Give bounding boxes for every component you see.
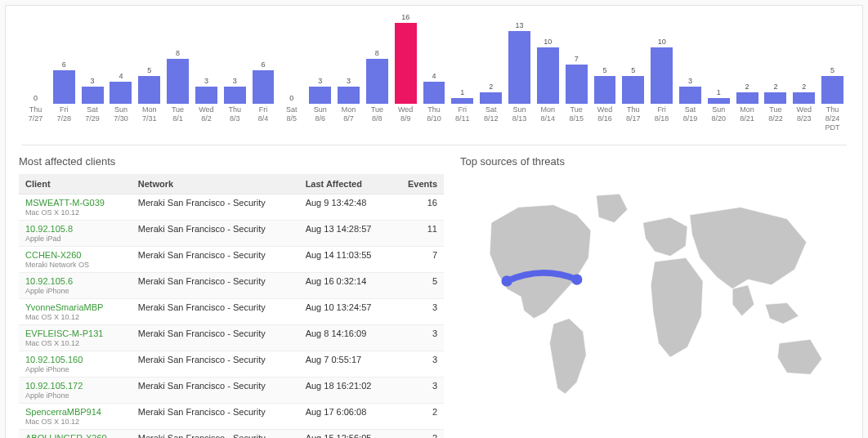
cell-network: Meraki San Francisco - Security xyxy=(132,351,299,378)
client-link[interactable]: ABOLLINGER-X260 xyxy=(25,433,125,438)
client-link[interactable]: 10.92.105.6 xyxy=(25,276,125,286)
bar-8/18[interactable]: 10 xyxy=(648,14,675,104)
cell-last: Aug 16 0:32:14 xyxy=(299,273,393,299)
cell-events: 3 xyxy=(393,299,444,325)
bar-8/19[interactable]: 3 xyxy=(677,14,704,104)
table-row[interactable]: CCHEN-X260Meraki Network OSMeraki San Fr… xyxy=(19,247,444,273)
cell-events: 16 xyxy=(393,194,444,221)
svg-point-0 xyxy=(501,275,512,286)
cell-network: Meraki San Francisco - Security xyxy=(132,247,299,273)
cell-last: Aug 14 11:03:55 xyxy=(299,247,393,273)
bar-8/12[interactable]: 2 xyxy=(477,14,504,104)
client-link[interactable]: CCHEN-X260 xyxy=(25,250,125,260)
bar-8/5[interactable]: 0 xyxy=(278,14,305,104)
bar-8/15[interactable]: 7 xyxy=(563,14,590,104)
cell-network: Meraki San Francisco - Security xyxy=(132,378,299,404)
bar-8/23[interactable]: 2 xyxy=(790,14,817,104)
bar-8/8[interactable]: 8 xyxy=(364,14,391,104)
client-subtype: Meraki Network OS xyxy=(25,261,125,269)
bar-8/24[interactable]: 5 xyxy=(819,14,846,104)
bar-8/4[interactable]: 6 xyxy=(250,14,277,104)
table-row[interactable]: ABOLLINGER-X260Mac OS X 10.12Meraki San … xyxy=(19,430,444,439)
bar-7/31[interactable]: 5 xyxy=(136,14,163,104)
world-map-svg xyxy=(460,174,849,419)
client-subtype: Apple iPhone xyxy=(25,391,125,400)
cell-events: 3 xyxy=(393,325,444,351)
client-link[interactable]: SpencerraMBP914 xyxy=(25,407,125,417)
cell-last: Aug 17 6:06:08 xyxy=(299,404,393,430)
bar-8/10[interactable]: 4 xyxy=(421,14,448,104)
table-row[interactable]: MSWEATT-M-G039Mac OS X 10.12Meraki San F… xyxy=(19,194,444,221)
map-title: Top sources of threats xyxy=(460,155,849,168)
cell-last: Aug 8 14:16:09 xyxy=(299,325,393,351)
table-row[interactable]: YvonneSmariaMBPMac OS X 10.12Meraki San … xyxy=(19,299,444,325)
clients-table: Client Network Last Affected Events MSWE… xyxy=(19,174,444,438)
table-row[interactable]: 10.92.105.160Apple iPhoneMeraki San Fran… xyxy=(19,351,444,378)
divider xyxy=(21,145,847,145)
client-link[interactable]: 10.92.105.8 xyxy=(25,224,125,234)
bar-8/11[interactable]: 1 xyxy=(449,14,476,104)
client-subtype: Mac OS X 10.12 xyxy=(25,418,125,426)
clients-title: Most affected clients xyxy=(19,155,444,168)
client-link[interactable]: YvonneSmariaMBP xyxy=(25,302,125,312)
client-link[interactable]: MSWEATT-M-G039 xyxy=(25,198,125,208)
bar-8/2[interactable]: 3 xyxy=(193,14,220,104)
table-row[interactable]: 10.92.105.172Apple iPhoneMeraki San Fran… xyxy=(19,378,444,404)
cell-last: Aug 10 13:24:57 xyxy=(299,299,393,325)
cell-events: 5 xyxy=(393,273,444,299)
table-row[interactable]: SpencerraMBP914Mac OS X 10.12Meraki San … xyxy=(19,404,444,430)
events-bar-chart[interactable]: 063458336033816412131075510312225 Thu7/2… xyxy=(19,14,849,136)
cell-last: Aug 18 16:21:02 xyxy=(299,378,393,404)
bar-8/22[interactable]: 2 xyxy=(763,14,790,104)
client-subtype: Mac OS X 10.12 xyxy=(25,208,125,217)
cell-network: Meraki San Francisco - Security xyxy=(132,221,299,247)
cell-last: Aug 7 0:55:17 xyxy=(299,351,393,378)
cell-network: Meraki San Francisco - Security xyxy=(132,325,299,351)
clients-table-head: Client Network Last Affected Events xyxy=(19,174,444,194)
client-link[interactable]: 10.92.105.172 xyxy=(25,381,125,391)
bar-8/6[interactable]: 3 xyxy=(306,14,333,104)
bar-8/9[interactable]: 16 xyxy=(392,14,419,104)
cell-events: 2 xyxy=(393,430,444,439)
table-row[interactable]: EVFLEISC-M-P131Mac OS X 10.12Meraki San … xyxy=(19,325,444,351)
cell-events: 3 xyxy=(393,351,444,378)
bar-7/27[interactable]: 0 xyxy=(22,14,49,104)
bar-8/17[interactable]: 5 xyxy=(620,14,647,104)
world-map[interactable] xyxy=(460,174,849,419)
bar-8/1[interactable]: 8 xyxy=(164,14,191,104)
cell-last: Aug 15 12:56:05 xyxy=(299,430,393,439)
cell-events: 3 xyxy=(393,378,444,404)
cell-network: Meraki San Francisco - Security xyxy=(132,194,299,221)
client-link[interactable]: EVFLEISC-M-P131 xyxy=(25,328,125,338)
cell-events: 7 xyxy=(393,247,444,273)
bar-8/14[interactable]: 10 xyxy=(535,14,562,104)
bar-8/20[interactable]: 1 xyxy=(705,14,732,104)
col-last[interactable]: Last Affected xyxy=(299,174,393,194)
client-subtype: Mac OS X 10.12 xyxy=(25,339,125,347)
cell-network: Meraki San Francisco - Security xyxy=(132,299,299,325)
bar-8/3[interactable]: 3 xyxy=(221,14,248,104)
bar-8/7[interactable]: 3 xyxy=(335,14,362,104)
bar-7/29[interactable]: 3 xyxy=(79,14,106,104)
cell-events: 2 xyxy=(393,404,444,430)
cell-events: 11 xyxy=(393,221,444,247)
col-client[interactable]: Client xyxy=(19,174,132,194)
client-subtype: Apple iPad xyxy=(25,235,125,243)
client-link[interactable]: 10.92.105.160 xyxy=(25,355,125,364)
cell-network: Meraki San Francisco - Security xyxy=(132,273,299,299)
cell-last: Aug 13 14:28:57 xyxy=(299,221,393,247)
col-events[interactable]: Events xyxy=(393,174,444,194)
client-subtype: Mac OS X 10.12 xyxy=(25,313,125,321)
threat-panel: 063458336033816412131075510312225 Thu7/2… xyxy=(5,5,863,438)
bar-8/16[interactable]: 5 xyxy=(592,14,619,104)
bar-8/21[interactable]: 2 xyxy=(734,14,761,104)
cell-last: Aug 9 13:42:48 xyxy=(299,194,393,221)
client-subtype: Apple iPhone xyxy=(25,287,125,295)
table-row[interactable]: 10.92.105.8Apple iPadMeraki San Francisc… xyxy=(19,221,444,247)
col-network[interactable]: Network xyxy=(132,174,299,194)
bar-7/28[interactable]: 6 xyxy=(51,14,78,104)
bar-7/30[interactable]: 4 xyxy=(107,14,134,104)
client-subtype: Apple iPhone xyxy=(25,365,125,373)
bar-8/13[interactable]: 13 xyxy=(506,14,533,104)
table-row[interactable]: 10.92.105.6Apple iPhoneMeraki San Franci… xyxy=(19,273,444,299)
